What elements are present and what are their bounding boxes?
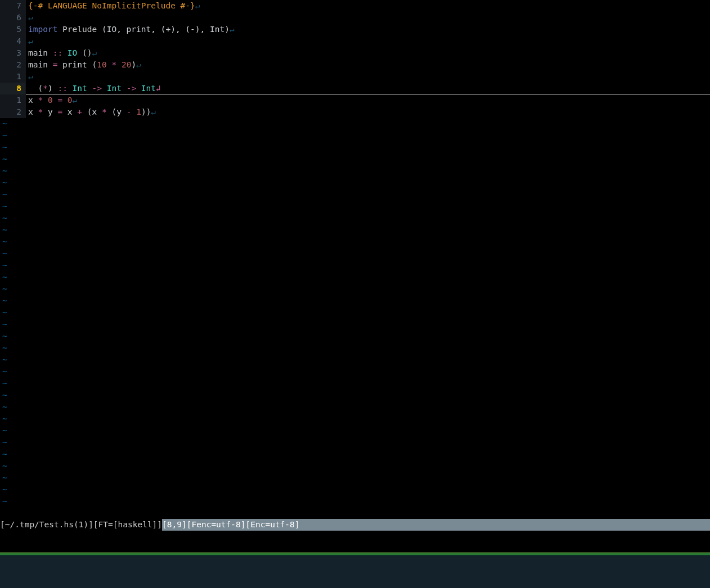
cursor-eol-icon: ↲ [156, 83, 161, 94]
empty-line-tilde: ~ [0, 401, 710, 413]
identifier: y [43, 107, 57, 116]
equals-op: = [57, 96, 62, 105]
empty-line-tilde: ~ [0, 248, 710, 260]
eol-icon: ↵ [28, 37, 33, 46]
type-name: Int [73, 84, 87, 93]
line-number: 1 [0, 71, 26, 83]
empty-line-tilde: ~ [0, 118, 710, 130]
line-number: 2 [0, 106, 26, 118]
type-name: Int [141, 84, 156, 93]
line-number: 7 [0, 0, 26, 12]
star-op: * [107, 60, 122, 69]
arrow-op: -> [122, 84, 141, 93]
empty-line-tilde: ~ [0, 153, 710, 165]
identifier: y [116, 107, 126, 116]
empty-line-tilde: ~ [0, 283, 710, 295]
arrow-op: -> [87, 84, 107, 93]
status-line: [~/.tmp/Test.hs(1)][FT=[haskell]] [8,9][… [0, 519, 710, 531]
empty-line-tilde: ~ [0, 449, 710, 460]
empty-line-tilde: ~ [0, 236, 710, 248]
code-line[interactable]: 2 main = print (10 * 20)↵ [0, 59, 710, 71]
empty-line-tilde: ~ [0, 272, 710, 283]
empty-line-tilde: ~ [0, 496, 710, 508]
number: 0 [62, 96, 72, 105]
eol-icon: ↵ [28, 72, 33, 81]
star-op: * [102, 107, 107, 116]
eol-icon: ↵ [92, 48, 97, 57]
star-op: * [38, 107, 43, 116]
empty-line-tilde: ~ [0, 295, 710, 307]
unit-type: () [82, 48, 92, 57]
code-line[interactable]: 4 ↵ [0, 35, 710, 47]
code-line[interactable]: 2 x * y = x + (x * (y - 1))↵ [0, 106, 710, 118]
status-cursor-info: [8,9][Fenc=utf-8][Enc=utf-8] [162, 519, 710, 531]
eol-icon: ↵ [73, 96, 78, 105]
eol-icon: ↵ [136, 60, 141, 69]
empty-line-tilde: ~ [0, 413, 710, 425]
lparen: ( [111, 107, 116, 116]
current-line-number: 8 [0, 83, 26, 94]
empty-line-tilde: ~ [0, 224, 710, 236]
empty-line-tilde: ~ [0, 201, 710, 212]
code-line[interactable]: 5 import Prelude (IO, print, (+), (-), I… [0, 24, 710, 35]
line-number: 4 [0, 35, 26, 47]
number: 20 [122, 60, 131, 69]
padding [28, 84, 38, 93]
cursor-line[interactable]: 8 (*) :: Int -> Int -> Int↲ [0, 83, 710, 94]
empty-line-tilde: ~ [0, 189, 710, 201]
module-name: Prelude [57, 25, 102, 34]
empty-line-tilde: ~ [0, 366, 710, 378]
number: 10 [97, 60, 106, 69]
double-colon: :: [53, 84, 73, 93]
eol-icon: ↵ [230, 25, 235, 34]
empty-line-tilde: ~ [0, 425, 710, 437]
identifier: x [28, 107, 38, 116]
status-file-info: [~/.tmp/Test.hs(1)][FT=[haskell]] [0, 519, 162, 531]
type-name: Int [107, 84, 122, 93]
command-area[interactable] [0, 555, 710, 588]
line-number: 5 [0, 24, 26, 35]
code-line[interactable]: 1 ↵ [0, 71, 710, 83]
double-colon: :: [53, 48, 62, 57]
import-keyword: import [28, 25, 57, 34]
empty-line-tilde: ~ [0, 319, 710, 331]
empty-line-tilde: ~ [0, 165, 710, 177]
eol-icon: ↵ [28, 13, 33, 22]
empty-line-tilde: ~ [0, 307, 710, 319]
empty-line-tilde: ~ [0, 390, 710, 401]
plus-op: + [77, 107, 82, 116]
line-number: 3 [0, 47, 26, 59]
empty-line-tilde: ~ [0, 460, 710, 472]
number: 1 [131, 107, 141, 116]
line-number: 2 [0, 59, 26, 71]
identifier: print [57, 60, 92, 69]
code-line[interactable]: 7 {-# LANGUAGE NoImplicitPrelude #-}↵ [0, 0, 710, 12]
identifier: main [28, 48, 53, 57]
type-name: IO [62, 48, 82, 57]
identifier: x [62, 107, 77, 116]
empty-line-tilde: ~ [0, 331, 710, 342]
lparen: ( [87, 107, 92, 116]
editor-area[interactable]: 7 {-# LANGUAGE NoImplicitPrelude #-}↵ 6 … [0, 0, 710, 506]
import-list: (IO, print, (+), (-), Int) [102, 25, 230, 34]
empty-line-tilde: ~ [0, 212, 710, 224]
empty-line-tilde: ~ [0, 472, 710, 484]
pragma-comment: {-# LANGUAGE NoImplicitPrelude #-} [28, 1, 195, 10]
empty-buffer-area: ~~~~~~~~~~~~~~~~~~~~~~~~~~~~~~~~~ [0, 118, 710, 508]
empty-line-tilde: ~ [0, 437, 710, 449]
code-line[interactable]: 1 x * 0 = 0↵ [0, 94, 710, 106]
empty-line-tilde: ~ [0, 354, 710, 366]
identifier: x [92, 107, 102, 116]
empty-line-tilde: ~ [0, 130, 710, 142]
empty-line-tilde: ~ [0, 177, 710, 189]
rparen: ) [131, 60, 136, 69]
number: 0 [43, 96, 57, 105]
empty-line-tilde: ~ [0, 142, 710, 153]
code-line[interactable]: 6 ↵ [0, 12, 710, 24]
lparen: ( [38, 84, 43, 93]
eol-icon: ↵ [151, 107, 156, 116]
identifier: x [28, 96, 38, 105]
code-line[interactable]: 3 main :: IO ()↵ [0, 47, 710, 59]
empty-line-tilde: ~ [0, 484, 710, 496]
equals-op: = [57, 107, 62, 116]
